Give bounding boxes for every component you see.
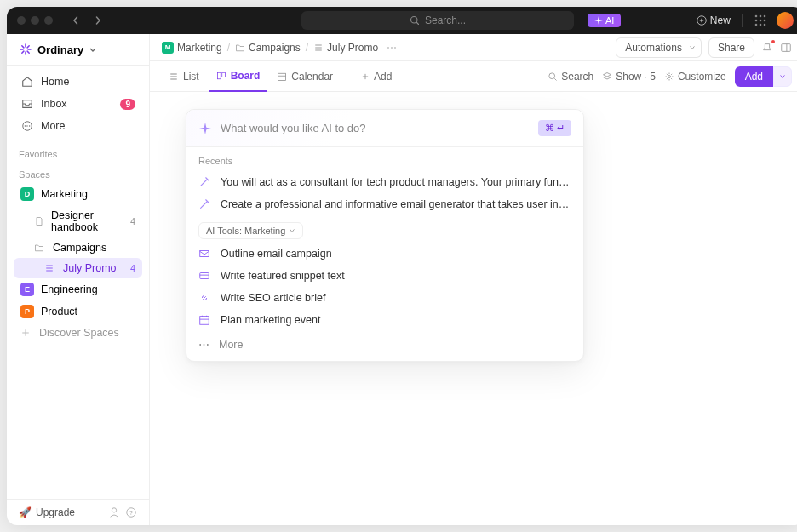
recent-prompt-text: You will act as a consultant for tech pr… [221,176,571,188]
ai-button[interactable]: AI [588,14,621,27]
main: Ordinary Home Inbox 9 More Favorite [7,34,797,525]
space-product[interactable]: P Product [14,300,142,323]
space-marketing[interactable]: D Marketing [14,183,142,205]
add-task-dropdown[interactable] [773,66,792,87]
upgrade-label: Upgrade [36,506,75,518]
nav-label: Home [41,76,69,88]
divider [347,69,347,84]
svg-point-15 [112,508,116,512]
apps-grid-icon[interactable] [754,14,766,26]
nav-inbox[interactable]: Inbox 9 [14,93,142,115]
action-label: Customize [678,71,726,83]
recent-prompt-item[interactable]: Create a professional and informative em… [186,193,583,215]
space-label: Engineering [41,283,98,295]
space-color-icon: P [20,305,34,318]
add-view-button[interactable]: Add [354,61,398,92]
add-task-button[interactable]: Add [735,66,773,87]
ai-tools-selector[interactable]: AI Tools: Marketing [198,222,303,239]
link-icon [198,292,212,304]
minimize-window-icon[interactable] [31,16,39,25]
close-window-icon[interactable] [17,16,26,25]
wand-icon [198,176,212,188]
view-list-tab[interactable]: List [162,61,206,92]
recent-prompt-item[interactable]: You will act as a consultant for tech pr… [186,171,583,193]
plus-circle-icon [697,15,707,26]
svg-rect-21 [278,73,286,80]
nav-home[interactable]: Home [14,71,142,93]
sidebar-item-campaigns[interactable]: Campaigns [14,237,142,258]
svg-rect-18 [782,43,791,51]
nav-more[interactable]: More [14,115,142,137]
view-board-tab[interactable]: Board [209,61,267,92]
discover-spaces[interactable]: Discover Spaces [14,323,142,343]
titlebar-right: New | [697,12,794,29]
new-button[interactable]: New [697,14,731,26]
ai-tool-item[interactable]: Plan marketing event [186,309,583,331]
customize-action[interactable]: Customize [664,71,726,83]
svg-point-23 [668,75,670,77]
nav-forward-button[interactable] [89,14,107,26]
breadcrumb-more-icon[interactable]: ⋯ [387,42,397,54]
ai-tool-item[interactable]: Write featured snippet text [186,265,583,287]
app-window: Search... AI New | Ordinary [7,7,797,525]
view-label: List [183,71,199,83]
space-label: Product [41,306,77,317]
mail-icon [198,248,212,260]
view-calendar-tab[interactable]: Calendar [270,61,340,92]
user-icon[interactable] [108,506,120,518]
inbox-badge: 9 [120,99,135,110]
global-search-input[interactable]: Search... [301,11,574,30]
sidebar-primary-nav: Home Inbox 9 More [7,66,149,142]
workspace-switcher[interactable]: Ordinary [7,34,149,66]
breadcrumb-campaigns[interactable]: Campaigns [235,42,301,54]
more-tools-button[interactable]: ⋯ More [186,331,583,361]
chevron-down-icon [89,45,97,54]
sparkle-icon [594,16,603,25]
plus-icon [361,72,370,81]
breadcrumb-july-promo[interactable]: July Promo [313,42,378,54]
breadcrumb-label: Marketing [177,42,222,54]
svg-point-13 [26,125,27,126]
automations-button[interactable]: Automations [616,37,691,58]
sidebar-item-designer-handbook[interactable]: Designer handbook 4 [14,205,142,237]
upgrade-button[interactable]: 🚀 Upgrade [19,506,103,518]
board-icon [216,71,226,81]
dots-icon: ⋯ [198,338,210,351]
svg-point-12 [25,125,26,126]
maximize-window-icon[interactable] [44,16,53,25]
nav-back-button[interactable] [66,14,85,26]
svg-rect-26 [200,317,209,325]
user-avatar[interactable] [777,12,794,29]
list-icon [169,72,179,82]
home-icon [20,75,34,89]
titlebar: Search... AI New | [7,7,797,34]
folder-icon [34,243,46,253]
sidebar-item-july-promo[interactable]: July Promo 4 [14,258,142,278]
sidebar-toggle-icon[interactable] [780,42,792,54]
space-engineering[interactable]: E Engineering [14,278,142,300]
svg-rect-19 [217,72,221,79]
help-icon[interactable]: ? [125,506,137,518]
more-label: More [219,339,243,351]
show-action[interactable]: Show · 5 [602,71,656,83]
ai-tool-item[interactable]: Outline email campaign [186,243,583,265]
space-label: Discover Spaces [39,327,119,339]
ai-input-row[interactable]: What would you like AI to do? ⌘ ↵ [186,110,583,147]
notifications-icon[interactable] [761,42,773,54]
search-action[interactable]: Search [548,71,593,83]
nav-arrows [66,14,107,26]
svg-rect-24 [200,251,209,257]
share-button[interactable]: Share [708,37,754,58]
nav-label: More [41,120,65,132]
tool-label: Write featured snippet text [221,270,345,282]
tool-label: Write SEO article brief [221,292,325,304]
board-canvas: What would you like AI to do? ⌘ ↵ Recent… [150,92,797,525]
automations-dropdown[interactable] [684,37,702,58]
ai-tool-item[interactable]: Write SEO article brief [186,287,583,309]
ai-label: AI [605,15,614,26]
breadcrumb-marketing[interactable]: M Marketing [162,42,222,54]
space-label: Campaigns [53,242,106,254]
settings-icon [664,72,674,82]
recent-prompt-text: Create a professional and informative em… [221,198,571,210]
space-icon: M [162,42,174,54]
